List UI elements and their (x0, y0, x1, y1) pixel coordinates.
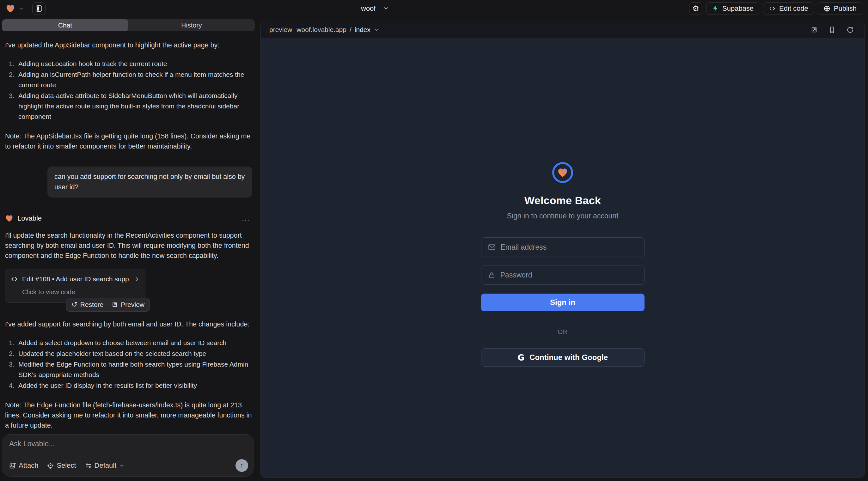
preview-url-bar: preview--woof.lovable.app / index (261, 21, 865, 38)
chevron-right-icon (134, 276, 140, 282)
target-icon (47, 462, 54, 469)
sliders-icon (85, 462, 92, 469)
divider-line (575, 332, 645, 332)
app-logo (552, 162, 573, 183)
lovable-avatar-icon (5, 214, 13, 223)
open-in-new-tab-button[interactable] (809, 25, 819, 35)
assistant-list: Adding useLocation hook to track the cur… (5, 59, 252, 122)
restore-icon: ↺ (71, 301, 77, 308)
attach-button[interactable]: Attach (9, 461, 38, 470)
code-icon (769, 5, 776, 12)
chat-history-tabs: Chat History (2, 19, 255, 31)
topbar: woof ⚙ Supabase Edit code Publish (0, 0, 868, 17)
assistant-list: Added a select dropdown to choose betwee… (5, 338, 252, 391)
google-icon: G (518, 353, 524, 362)
sidebar-panel-icon (35, 5, 43, 12)
mobile-view-button[interactable] (827, 25, 837, 35)
assistant-paragraph: I'll update the search functionality in … (5, 230, 252, 261)
settings-button[interactable]: ⚙ (689, 2, 702, 15)
envelope-icon (488, 243, 496, 251)
code-icon (10, 275, 18, 283)
list-item: Adding data-active attribute to SidebarM… (5, 90, 252, 122)
email-input[interactable] (501, 243, 638, 252)
preview-route: index (355, 26, 370, 33)
preview-button[interactable]: Preview (112, 301, 145, 309)
list-item: Adding an isCurrentPath helper function … (5, 69, 252, 90)
attach-image-icon (9, 462, 16, 469)
edit-card-subtitle: Click to view code (10, 287, 140, 297)
assistant-note: Note: The Edge Function file (fetch-fire… (5, 400, 252, 430)
list-item: Modified the Edge Function to handle bot… (5, 359, 252, 380)
lovable-logo-icon[interactable] (6, 4, 15, 13)
list-item: Adding useLocation hook to track the cur… (5, 59, 252, 69)
signin-subtitle: Sign in to continue to your account (507, 212, 619, 220)
restore-button[interactable]: ↺ Restore (71, 301, 103, 309)
list-item: Added the user ID display in the results… (5, 380, 252, 391)
or-divider: OR (481, 328, 645, 335)
publish-button[interactable]: Publish (818, 2, 862, 15)
preview-viewport: Welcome Back Sign in to continue to your… (261, 38, 865, 478)
chevron-down-icon (119, 463, 125, 468)
arrow-up-icon: ↑ (240, 461, 244, 470)
supabase-button[interactable]: Supabase (706, 2, 759, 15)
mode-selector-button[interactable]: Default (85, 461, 125, 470)
chat-panel: Chat History I've updated the AppSidebar… (0, 17, 257, 481)
tab-history[interactable]: History (128, 19, 255, 31)
preview-url-selector[interactable]: preview--woof.lovable.app / index (269, 26, 379, 33)
signin-title: Welcome Back (524, 194, 601, 207)
refresh-icon (846, 26, 854, 33)
tab-chat[interactable]: Chat (2, 19, 128, 31)
assistant-header: Lovable … (5, 213, 252, 223)
preview-url: preview--woof.lovable.app (269, 26, 346, 33)
version-actions: ↺ Restore Preview (66, 298, 150, 312)
user-message-bubble: can you add support for searching not on… (48, 166, 252, 197)
list-item: Updated the placeholder text based on th… (5, 348, 252, 359)
external-link-icon (810, 26, 818, 33)
preview-pane: preview--woof.lovable.app / index (260, 21, 865, 478)
heart-icon (557, 167, 568, 178)
toggle-sidebar-button[interactable] (32, 2, 45, 15)
divider-line (481, 332, 551, 332)
message-more-icon[interactable]: … (242, 213, 252, 223)
edit-code-button[interactable]: Edit code (763, 2, 814, 15)
smartphone-icon (829, 26, 836, 33)
send-button[interactable]: ↑ (236, 459, 248, 472)
gear-icon: ⚙ (692, 4, 699, 13)
refresh-button[interactable] (845, 25, 855, 35)
lock-icon (488, 271, 496, 279)
password-input[interactable] (500, 271, 638, 279)
continue-with-google-button[interactable]: G Continue with Google (481, 348, 645, 366)
supabase-icon (712, 5, 719, 12)
chat-messages[interactable]: I've updated the AppSidebar component to… (0, 31, 257, 431)
chat-composer: Attach Select Default (3, 434, 253, 477)
assistant-paragraph: I've updated the AppSidebar component to… (5, 40, 252, 50)
project-switcher[interactable]: woof (361, 0, 389, 17)
workspace-chevron-down-icon[interactable] (19, 6, 24, 11)
email-field-wrap (481, 237, 645, 257)
globe-icon (824, 5, 830, 12)
project-name: woof (361, 4, 375, 13)
assistant-paragraph: I've added support for searching by both… (5, 319, 252, 329)
signin-card: Welcome Back Sign in to continue to your… (481, 162, 645, 478)
password-field-wrap (481, 265, 645, 285)
edit-card-title: Edit #108 • Add user ID search supp... (22, 274, 130, 284)
external-link-icon (112, 301, 118, 308)
sign-in-button[interactable]: Sign in (481, 294, 645, 311)
chevron-down-icon (374, 27, 379, 33)
assistant-name: Lovable (18, 213, 42, 223)
chat-input[interactable] (9, 440, 248, 458)
project-chevron-down-icon (383, 5, 389, 11)
select-button[interactable]: Select (47, 461, 76, 470)
list-item: Added a select dropdown to choose betwee… (5, 338, 252, 348)
assistant-note: Note: The AppSidebar.tsx file is getting… (5, 131, 252, 151)
